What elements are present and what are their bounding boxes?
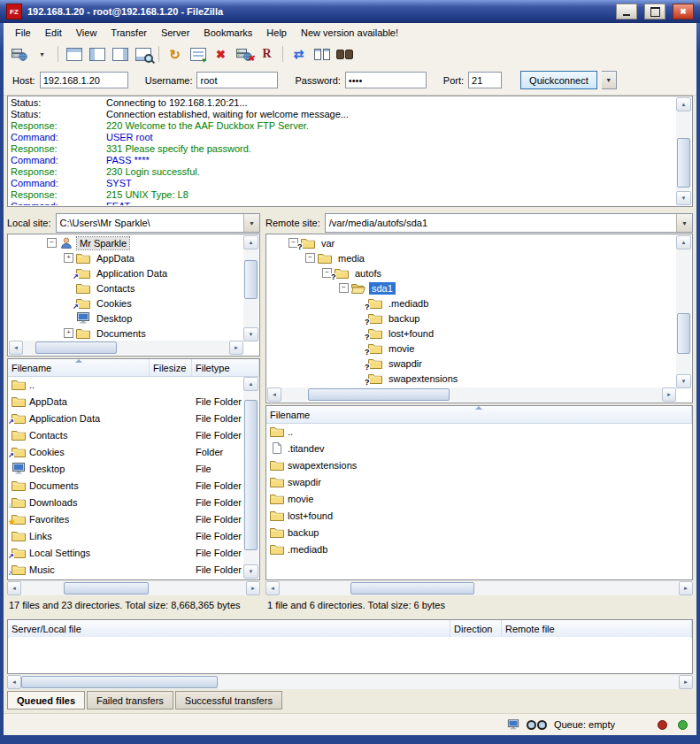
- scroll-down-icon[interactable]: ▼: [676, 191, 691, 205]
- title-bar[interactable]: FZ 192.168.1.20 - root@192.168.1.20 - Fi…: [0, 0, 700, 23]
- remote-file-row-movie[interactable]: movie: [267, 490, 691, 507]
- local-tree-scrollbar[interactable]: ▲▼: [243, 235, 258, 341]
- tab-failed-transfers[interactable]: Failed transfers: [87, 691, 173, 709]
- scroll-thumb[interactable]: [64, 582, 149, 594]
- scroll-left-icon[interactable]: ◄: [265, 581, 280, 595]
- scroll-up-icon[interactable]: ▲: [676, 235, 691, 249]
- scroll-left-icon[interactable]: ◄: [7, 675, 21, 689]
- scroll-thumb[interactable]: [244, 260, 258, 299]
- remote-site-combobox[interactable]: /var/media/autofs/sda1 ▼: [325, 213, 693, 233]
- toggle-queue-button[interactable]: [132, 44, 154, 64]
- collapse-icon[interactable]: −: [339, 283, 349, 293]
- remote-tree-item-movie[interactable]: ?movie: [267, 341, 676, 356]
- remote-file-row-mediadb[interactable]: .mediadb: [267, 541, 691, 557]
- close-button[interactable]: ✖: [673, 4, 694, 19]
- collapse-icon[interactable]: −: [47, 238, 57, 248]
- disconnect-button[interactable]: ✖: [233, 44, 255, 64]
- remote-tree-item-media[interactable]: −media: [267, 250, 676, 265]
- local-file-row-documents[interactable]: DocumentsFile Folder: [9, 477, 243, 494]
- toggle-remote-tree-button[interactable]: [109, 44, 131, 64]
- column-header-direction[interactable]: Direction: [450, 620, 502, 637]
- local-file-row-links[interactable]: LinksFile Folder: [9, 527, 243, 544]
- quickconnect-button[interactable]: Quickconnect: [520, 71, 597, 89]
- scroll-thumb[interactable]: [35, 341, 117, 354]
- local-tree-item-appdata[interactable]: +AppData: [9, 250, 243, 265]
- column-header-filetype[interactable]: Filetype: [192, 359, 259, 376]
- refresh-button[interactable]: ↻: [164, 44, 186, 64]
- local-tree-item-application-data[interactable]: ↗Application Data: [9, 265, 243, 280]
- scroll-right-icon[interactable]: ►: [246, 581, 260, 595]
- menu-item-new-version-available[interactable]: New version available!: [294, 24, 405, 42]
- chevron-down-icon[interactable]: ▼: [243, 214, 259, 232]
- column-header-server-local-file[interactable]: Server/Local file: [8, 620, 450, 637]
- scroll-down-icon[interactable]: ▼: [243, 327, 258, 341]
- scroll-left-icon[interactable]: ◄: [267, 387, 281, 402]
- scroll-right-icon[interactable]: ►: [679, 675, 693, 689]
- remote-tree-item-mediadb[interactable]: ?.mediadb: [267, 295, 676, 311]
- find-files-button[interactable]: [334, 44, 356, 64]
- local-tree-item-documents[interactable]: +Documents: [9, 326, 243, 341]
- local-tree-item-contacts[interactable]: Contacts: [9, 280, 243, 295]
- column-header-filename[interactable]: Filename: [8, 359, 150, 376]
- local-file-row-local-settings[interactable]: ↗Local SettingsFile Folder: [9, 544, 243, 561]
- log-scrollbar[interactable]: ▲▼: [676, 97, 691, 205]
- collapse-icon[interactable]: −: [305, 253, 315, 263]
- remote-tree-scrollbar[interactable]: ▲▼: [676, 235, 691, 388]
- local-file-row-downloads[interactable]: ↓DownloadsFile Folder: [9, 494, 243, 510]
- local-file-row-contacts[interactable]: ContactsFile Folder: [9, 426, 243, 443]
- local-site-combobox[interactable]: C:\Users\Mr Sparkle\ ▼: [56, 213, 260, 233]
- remote-tree-item-autofs[interactable]: −?autofs: [267, 265, 676, 280]
- local-file-row-appdata[interactable]: AppDataFile Folder: [9, 393, 243, 410]
- site-manager-button[interactable]: [8, 44, 30, 64]
- reconnect-button[interactable]: R: [256, 44, 278, 64]
- remote-file-row-titandev[interactable]: .titandev: [267, 440, 691, 456]
- menu-item-bookmarks[interactable]: Bookmarks: [196, 24, 259, 42]
- remote-file-row-backup[interactable]: backup: [267, 524, 691, 541]
- local-file-row-favorites[interactable]: ★FavoritesFile Folder: [9, 510, 243, 527]
- menu-item-edit[interactable]: Edit: [38, 24, 69, 42]
- scroll-right-icon[interactable]: ►: [679, 581, 693, 595]
- toggle-local-tree-button[interactable]: [86, 44, 108, 64]
- expand-icon[interactable]: +: [64, 328, 73, 338]
- local-file-row-cookies[interactable]: ↗CookiesFolder: [9, 443, 243, 460]
- local-list-hscrollbar[interactable]: ◄►: [7, 581, 260, 595]
- password-input[interactable]: [345, 72, 427, 88]
- tab-queued-files[interactable]: Queued files: [7, 691, 85, 709]
- expand-icon[interactable]: +: [64, 253, 73, 263]
- column-header-filename[interactable]: Filename: [266, 406, 692, 423]
- menu-item-transfer[interactable]: Transfer: [104, 24, 154, 42]
- local-file-row-item[interactable]: ..: [9, 376, 243, 393]
- remote-tree-hscrollbar[interactable]: ◄►: [267, 387, 676, 402]
- remote-file-row-lost-found[interactable]: lost+found: [267, 507, 691, 524]
- remote-tree-item-sda1[interactable]: −sda1: [267, 280, 676, 295]
- local-file-row-application-data[interactable]: ↗Application DataFile Folder: [9, 410, 243, 426]
- minimize-button[interactable]: [616, 4, 637, 19]
- remote-file-row-swapextensions[interactable]: swapextensions: [267, 456, 691, 473]
- menu-item-view[interactable]: View: [69, 24, 104, 42]
- local-tree-item-cookies[interactable]: ↗Cookies: [9, 295, 243, 311]
- remote-tree-item-swapextensions[interactable]: ?swapextensions: [267, 371, 676, 386]
- maximize-button[interactable]: [644, 4, 665, 19]
- scroll-down-icon[interactable]: ▼: [243, 564, 258, 579]
- toggle-message-log-button[interactable]: [63, 44, 85, 64]
- menu-item-server[interactable]: Server: [154, 24, 196, 42]
- scroll-thumb[interactable]: [677, 313, 690, 354]
- scroll-right-icon[interactable]: ►: [662, 387, 676, 402]
- scroll-thumb[interactable]: [677, 138, 690, 188]
- port-input[interactable]: [468, 72, 502, 88]
- remote-tree-item-var[interactable]: −?var: [267, 235, 676, 250]
- column-header-remote-file[interactable]: Remote file: [502, 620, 692, 637]
- local-file-row-music[interactable]: ♪MusicFile Folder: [9, 561, 243, 578]
- scroll-thumb[interactable]: [244, 400, 258, 550]
- scroll-thumb[interactable]: [21, 676, 218, 688]
- scroll-left-icon[interactable]: ◄: [7, 581, 21, 595]
- column-header-filesize[interactable]: Filesize: [150, 359, 192, 376]
- scroll-up-icon[interactable]: ▲: [676, 97, 691, 111]
- quickconnect-dropdown-button[interactable]: ▼: [602, 71, 617, 89]
- remote-tree-item-backup[interactable]: ?backup: [267, 311, 676, 326]
- directory-comparison-button[interactable]: ⇄: [288, 44, 310, 64]
- remote-tree-item-swapdir[interactable]: ?swapdir: [267, 356, 676, 371]
- local-tree-item-desktop[interactable]: Desktop: [9, 311, 243, 326]
- cancel-operation-button[interactable]: ✖: [210, 44, 232, 64]
- menu-item-help[interactable]: Help: [259, 24, 294, 42]
